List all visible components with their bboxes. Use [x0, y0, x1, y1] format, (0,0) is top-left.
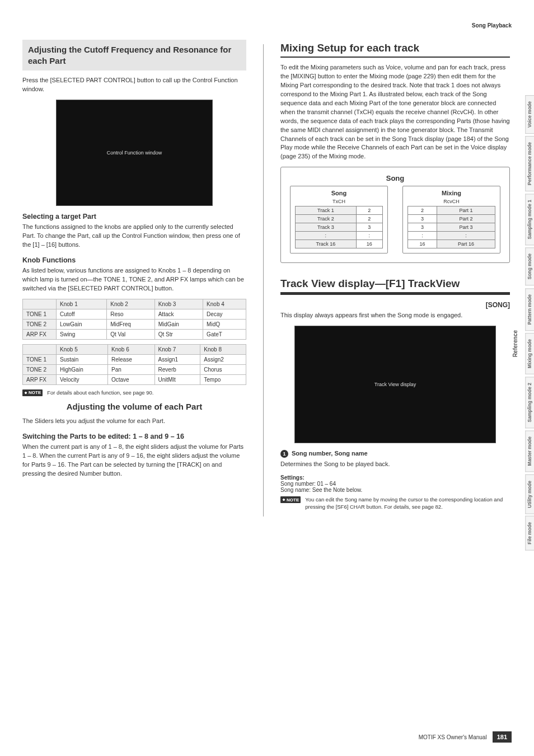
- cell: Reverb: [154, 364, 200, 374]
- cell: 3: [408, 215, 437, 223]
- cell: Track 2: [296, 215, 357, 223]
- cell: :: [408, 232, 437, 240]
- col-header: Knob 8: [200, 344, 246, 354]
- volume-intro: The Sliders lets you adjust the volume f…: [22, 417, 246, 426]
- diagram-song-box: Song TxCH Track 12 Track 22 Track 33 :: …: [290, 186, 388, 253]
- settings-label: Settings:: [280, 475, 510, 481]
- section-heading-mixing: Mixing Setup for each track: [280, 42, 510, 58]
- cell: Sustain: [57, 354, 108, 364]
- settings-line: Song number: 01 – 64: [280, 481, 510, 487]
- cell: LowGain: [57, 319, 107, 329]
- row-header: TONE 2: [23, 319, 57, 329]
- cell: Part 3: [437, 223, 495, 232]
- row-header: TONE 1: [23, 309, 57, 319]
- cell: MidQ: [203, 319, 246, 329]
- row-header: TONE 1: [23, 354, 57, 364]
- cell: :: [356, 232, 382, 240]
- note-icon: NOTE: [280, 496, 301, 503]
- callout-title: Song number, Song name: [292, 450, 368, 457]
- cell: HighGain: [57, 364, 108, 374]
- box-title: Mixing: [407, 190, 495, 196]
- col-header: Knob 2: [107, 299, 154, 309]
- cell: 16: [408, 240, 437, 248]
- cell: 3: [408, 223, 437, 232]
- row-header: TONE 2: [23, 364, 57, 374]
- section-heading-cutoff: Adjusting the Cutoff Frequency and Reson…: [22, 40, 246, 71]
- cell: 2: [408, 206, 437, 215]
- cell: :: [437, 232, 495, 240]
- diagram-title: Song: [290, 174, 500, 182]
- cell: Swing: [57, 329, 107, 339]
- col-header: Knob 4: [203, 299, 246, 309]
- subhead-selecting-part: Selecting a target Part: [22, 213, 246, 220]
- tab-file-mode[interactable]: File mode: [525, 516, 534, 551]
- tab-performance-mode[interactable]: Performance mode: [525, 136, 534, 191]
- mixing-intro: To edit the Mixing parameters such as Vo…: [280, 63, 510, 161]
- footer-text: MOTIF XS Owner's Manual: [419, 734, 487, 740]
- tab-sampling-mode-2[interactable]: Sampling mode 2: [525, 377, 534, 428]
- row-header: ARP FX: [23, 374, 57, 384]
- cell: Part 16: [437, 240, 495, 248]
- section-heading-trackview: Track View display—[F1] TrackView: [280, 278, 510, 293]
- tab-sampling-mode-1[interactable]: Sampling mode 1: [525, 194, 534, 245]
- section-heading-volume: Adjusting the volume of each Part: [22, 402, 246, 411]
- cell: Chorus: [200, 364, 246, 374]
- settings-line: Song name: See the Note below.: [280, 487, 510, 493]
- reference-tab: Reference: [512, 330, 518, 357]
- cell: 2: [356, 206, 382, 215]
- tab-utility-mode[interactable]: Utility mode: [525, 475, 534, 514]
- note-text: For details about each function, see pag…: [47, 389, 246, 397]
- breadcrumb: Song Playback: [22, 22, 512, 29]
- col-header: Knob 7: [154, 344, 200, 354]
- cell: Pan: [108, 364, 155, 374]
- cell: UnitMlt: [154, 374, 200, 384]
- diagram-mixing-box: Mixing RcvCH 2Part 1 3Part 2 3Part 3 :: …: [402, 186, 500, 253]
- tab-pattern-mode[interactable]: Pattern mode: [525, 288, 534, 331]
- cell: Octave: [108, 374, 155, 384]
- cell: Qt Str: [154, 329, 203, 339]
- mode-tag: [SONG]: [280, 301, 510, 309]
- tab-master-mode[interactable]: Master mode: [525, 430, 534, 472]
- switching-parts-text: When the current part is any of 1 – 8, t…: [22, 443, 246, 478]
- cell: MidFreq: [107, 319, 154, 329]
- page-footer: MOTIF XS Owner's Manual 181: [22, 731, 512, 743]
- cell: Track 16: [296, 240, 357, 248]
- note-text: You can edit the Song name by moving the…: [305, 496, 510, 511]
- left-column: Adjusting the Cutoff Frequency and Reson…: [22, 40, 246, 516]
- cell: Assign1: [154, 354, 200, 364]
- cell: Attack: [154, 309, 203, 319]
- note-icon: NOTE: [22, 389, 43, 396]
- box-sub: TxCH: [295, 199, 383, 204]
- selecting-part-text: The functions assigned to the knobs are …: [22, 223, 246, 250]
- cell: Decay: [203, 309, 246, 319]
- right-column: Mixing Setup for each track To edit the …: [280, 40, 510, 516]
- cell: Assign2: [200, 354, 246, 364]
- tab-voice-mode[interactable]: Voice mode: [525, 95, 534, 134]
- cell: 2: [356, 215, 382, 223]
- subhead-knob-functions: Knob Functions: [22, 256, 246, 264]
- intro-text: Press the [SELECTED PART CONTROL] button…: [22, 76, 246, 94]
- cell: Reso: [107, 309, 154, 319]
- col-header: Knob 6: [108, 344, 155, 354]
- song-mixing-diagram: Song Song TxCH Track 12 Track 22 Track 3…: [280, 167, 510, 263]
- subhead-switching-parts: Switching the Parts to be edited: 1 – 8 …: [22, 433, 246, 440]
- control-function-image: Control Function window: [56, 100, 213, 206]
- row-header: ARP FX: [23, 329, 57, 339]
- col-header: Knob 1: [57, 299, 107, 309]
- callout-number-icon: 1: [280, 450, 288, 458]
- side-tabs: Voice mode Performance mode Sampling mod…: [525, 95, 534, 551]
- cell: Velocity: [57, 374, 108, 384]
- cell: Part 2: [437, 215, 495, 223]
- note-row: NOTE You can edit the Song name by movin…: [280, 496, 510, 511]
- tab-song-mode[interactable]: Song mode: [525, 247, 534, 285]
- cell: Part 1: [437, 206, 495, 215]
- knob-functions-text: As listed below, various functions are a…: [22, 266, 246, 293]
- cell: Track 3: [296, 223, 357, 232]
- callout-desc: Determines the Song to be played back.: [280, 460, 510, 469]
- cell: Release: [108, 354, 155, 364]
- tab-mixing-mode[interactable]: Mixing mode: [525, 333, 534, 374]
- trackview-image: Track View display: [294, 326, 496, 443]
- cell: 3: [356, 223, 382, 232]
- trackview-intro: This display always appears first when t…: [280, 311, 510, 320]
- box-title: Song: [295, 190, 383, 196]
